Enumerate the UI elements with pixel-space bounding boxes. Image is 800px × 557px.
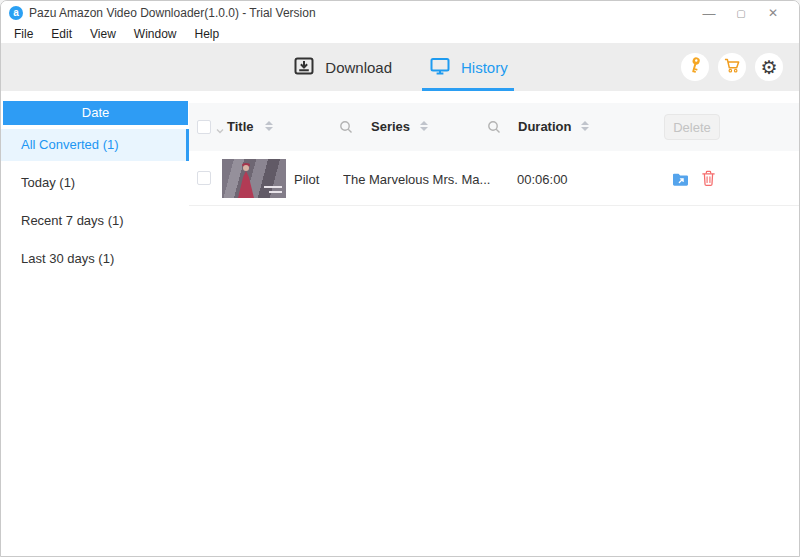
sidebar-date-header: Date — [3, 101, 188, 125]
toolbar-actions: ⚙ — [681, 53, 783, 81]
row-checkbox[interactable] — [197, 171, 211, 185]
select-dropdown-chevron-icon[interactable] — [215, 121, 225, 139]
gear-icon: ⚙ — [760, 58, 777, 77]
titlebar: a Pazu Amazon Video Downloader(1.0.0) - … — [1, 1, 799, 25]
column-header-title[interactable]: Title — [227, 119, 254, 134]
menubar: File Edit View Window Help — [1, 25, 799, 43]
window-controls: — ▢ ✕ — [693, 1, 799, 25]
download-icon — [292, 54, 316, 81]
content-area: Date All Converted (1) Today (1) Recent … — [1, 91, 799, 557]
sidebar-item-all-converted[interactable]: All Converted (1) — [1, 129, 189, 161]
sidebar-item-recent-7-days[interactable]: Recent 7 days (1) — [1, 205, 189, 237]
cart-icon — [722, 55, 742, 79]
delete-button[interactable]: Delete — [664, 114, 720, 140]
minimize-icon[interactable]: — — [693, 6, 725, 21]
tab-download-label: Download — [325, 59, 392, 76]
main-tabs: Download History — [288, 43, 511, 91]
sidebar-item-last-30-days[interactable]: Last 30 days (1) — [1, 243, 189, 275]
register-key-button[interactable] — [681, 53, 709, 81]
open-folder-icon[interactable] — [671, 170, 690, 192]
app-logo-icon: a — [9, 6, 23, 20]
search-title-icon[interactable] — [339, 120, 353, 138]
trash-icon[interactable] — [700, 169, 717, 192]
column-header-duration[interactable]: Duration — [518, 119, 571, 134]
search-series-icon[interactable] — [487, 120, 501, 138]
history-table: Title Series Duration Delete — [189, 91, 799, 557]
tab-history-label: History — [461, 59, 508, 76]
menu-window[interactable]: Window — [125, 27, 186, 41]
column-header-series[interactable]: Series — [371, 119, 410, 134]
window-title: Pazu Amazon Video Downloader(1.0.0) - Tr… — [29, 6, 316, 20]
key-icon — [685, 55, 705, 79]
menu-view[interactable]: View — [81, 27, 125, 41]
sort-duration-icon[interactable] — [581, 121, 589, 131]
sidebar-filter-list: All Converted (1) Today (1) Recent 7 day… — [1, 129, 189, 275]
app-window: a Pazu Amazon Video Downloader(1.0.0) - … — [0, 0, 800, 557]
table-header-row: Title Series Duration Delete — [189, 103, 799, 151]
tab-download[interactable]: Download — [288, 43, 396, 91]
close-icon[interactable]: ✕ — [757, 6, 789, 20]
menu-edit[interactable]: Edit — [42, 27, 81, 41]
history-icon — [428, 54, 452, 81]
settings-button[interactable]: ⚙ — [755, 53, 783, 81]
sort-series-icon[interactable] — [420, 121, 428, 131]
tab-history[interactable]: History — [424, 43, 512, 91]
table-row[interactable]: Pilot The Marvelous Mrs. Ma... 00:06:00 — [189, 151, 799, 206]
purchase-cart-button[interactable] — [718, 53, 746, 81]
row-duration: 00:06:00 — [517, 172, 568, 187]
sidebar-item-today[interactable]: Today (1) — [1, 167, 189, 199]
maximize-icon[interactable]: ▢ — [725, 8, 757, 19]
menu-help[interactable]: Help — [186, 27, 229, 41]
row-title: Pilot — [294, 172, 319, 187]
sort-title-icon[interactable] — [265, 121, 273, 131]
video-thumbnail — [222, 159, 286, 198]
select-all-checkbox[interactable] — [197, 120, 211, 134]
menu-file[interactable]: File — [5, 27, 42, 41]
sidebar: Date All Converted (1) Today (1) Recent … — [1, 91, 189, 557]
toolbar: Download History — [1, 43, 799, 91]
row-series: The Marvelous Mrs. Ma... — [343, 172, 513, 187]
